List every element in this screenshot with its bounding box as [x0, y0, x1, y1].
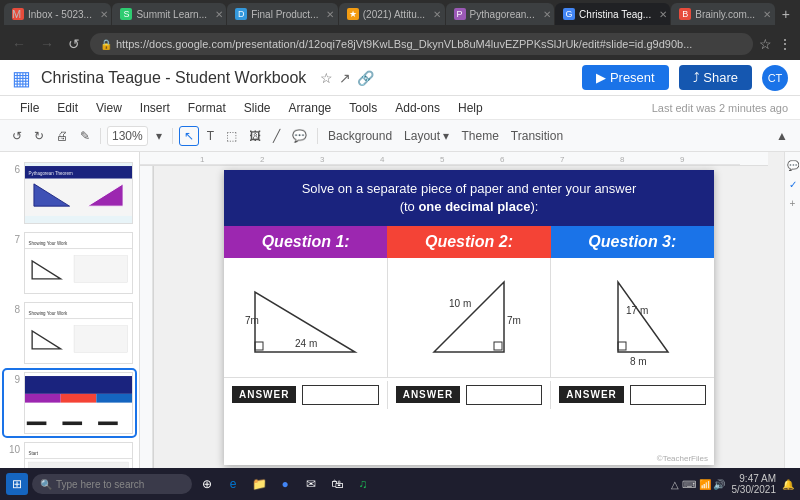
check-icon[interactable]: ✓ — [789, 179, 797, 190]
menu-format[interactable]: Format — [180, 99, 234, 117]
url-bar[interactable]: 🔒 https://docs.google.com/presentation/d… — [90, 33, 753, 55]
menu-file[interactable]: File — [12, 99, 47, 117]
menu-help[interactable]: Help — [450, 99, 491, 117]
tab-close-brainly[interactable]: ✕ — [763, 9, 771, 20]
svg-text:Showing Your Work: Showing Your Work — [29, 311, 68, 316]
menu-insert[interactable]: Insert — [132, 99, 178, 117]
taskbar-search[interactable]: 🔍 Type here to search — [32, 474, 192, 494]
slide-thumb-6[interactable]: 6 Pythagorean Theorem — [4, 160, 135, 226]
back-button[interactable]: ← — [8, 34, 30, 54]
question-2-header: Question 2: — [387, 226, 550, 258]
forward-button[interactable]: → — [36, 34, 58, 54]
tab-close-attitude[interactable]: ✕ — [433, 9, 441, 20]
menu-tools[interactable]: Tools — [341, 99, 385, 117]
taskbar-time-text: 9:47 AM — [732, 473, 777, 484]
tab-attitude[interactable]: ★ (2021) Attitu... ✕ — [339, 3, 445, 25]
comments-panel-icon[interactable]: 💬 — [787, 160, 799, 171]
taskbar-store[interactable]: 🛍 — [326, 473, 348, 495]
collapse-panel-button[interactable]: ▲ — [772, 127, 792, 145]
answer-box-3[interactable] — [630, 385, 706, 405]
svg-rect-16 — [25, 394, 61, 403]
svg-rect-21 — [27, 422, 47, 426]
taskbar-notification-icon[interactable]: 🔔 — [782, 479, 794, 490]
paint-button[interactable]: ✎ — [76, 127, 94, 145]
slide-num-8: 8 — [6, 302, 20, 315]
start-button[interactable]: ⊞ — [6, 473, 28, 495]
tab-close-christina[interactable]: ✕ — [659, 9, 667, 20]
copyright-text: ©TeacherFiles — [657, 454, 708, 463]
taskbar-mail[interactable]: ✉ — [300, 473, 322, 495]
background-button[interactable]: Background — [324, 127, 396, 145]
star-icon[interactable]: ☆ — [320, 70, 333, 86]
avatar[interactable]: CT — [762, 65, 788, 91]
image-tool[interactable]: 🖼 — [245, 127, 265, 145]
share-label: ⤴ Share — [693, 70, 738, 85]
layout-button[interactable]: Layout ▾ — [400, 127, 453, 145]
slide-thumb-8[interactable]: 8 Showing Your Work — [4, 300, 135, 366]
tab-favicon-christina: G — [563, 8, 575, 20]
svg-text:2: 2 — [260, 155, 265, 164]
browser-menu-icon[interactable]: ⋮ — [778, 36, 792, 52]
taskbar-cortana[interactable]: ⊕ — [196, 473, 218, 495]
ruler-vertical — [140, 166, 154, 468]
tab-final[interactable]: D Final Product... ✕ — [227, 3, 338, 25]
browser-actions: ☆ ⋮ — [759, 36, 792, 52]
menu-view[interactable]: View — [88, 99, 130, 117]
svg-text:3: 3 — [320, 155, 325, 164]
slide-header-bold: one decimal place — [418, 199, 530, 214]
taskbar-edge[interactable]: e — [222, 473, 244, 495]
tab-close-pythag[interactable]: ✕ — [543, 9, 551, 20]
theme-button[interactable]: Theme — [457, 127, 502, 145]
tab-summit[interactable]: S Summit Learn... ✕ — [112, 3, 226, 25]
zoom-display[interactable]: 130% — [107, 126, 148, 146]
transition-button[interactable]: Transition — [507, 127, 567, 145]
menu-slide[interactable]: Slide — [236, 99, 279, 117]
taskbar-system-icons: △ ⌨ 📶 🔊 — [671, 479, 725, 490]
taskbar-chrome[interactable]: ● — [274, 473, 296, 495]
text-tool[interactable]: T — [203, 127, 218, 145]
present-button[interactable]: ▶ Present — [582, 65, 668, 90]
taskbar-explorer[interactable]: 📁 — [248, 473, 270, 495]
slide-thumb-10[interactable]: 10 Start — [4, 440, 135, 468]
add-panel-icon[interactable]: + — [790, 198, 796, 209]
svg-text:10 m: 10 m — [449, 298, 471, 309]
bookmark-icon[interactable]: ☆ — [759, 36, 772, 52]
slide-thumb-7[interactable]: 7 Showing Your Work — [4, 230, 135, 296]
answer-box-2[interactable] — [466, 385, 542, 405]
url-text: https://docs.google.com/presentation/d/1… — [116, 38, 692, 50]
comment-tool[interactable]: 💬 — [288, 127, 311, 145]
tab-pythag[interactable]: P Pythagorean... ✕ — [446, 3, 554, 25]
taskbar-spotify[interactable]: ♫ — [352, 473, 374, 495]
redo-button[interactable]: ↻ — [30, 127, 48, 145]
undo-button[interactable]: ↺ — [8, 127, 26, 145]
tab-close-summit[interactable]: ✕ — [215, 9, 223, 20]
cursor-tool[interactable]: ↖ — [179, 126, 199, 146]
tab-close-final[interactable]: ✕ — [326, 9, 334, 20]
share-button[interactable]: ⤴ Share — [679, 65, 752, 90]
answer-box-1[interactable] — [302, 385, 378, 405]
reload-button[interactable]: ↺ — [64, 34, 84, 54]
slide-panel: 6 Pythagorean Theorem 7 Showing Your Wor… — [0, 152, 140, 468]
line-tool[interactable]: ╱ — [269, 127, 284, 145]
print-button[interactable]: 🖨 — [52, 127, 72, 145]
open-icon[interactable]: 🔗 — [357, 70, 374, 86]
question-2-label: Question 2: — [425, 233, 513, 251]
tab-brainly[interactable]: B Brainly.com... ✕ — [671, 3, 775, 25]
drive-icon[interactable]: ↗ — [339, 70, 351, 86]
answer-cell-3: ANSWER — [551, 381, 714, 409]
menu-addons[interactable]: Add-ons — [387, 99, 448, 117]
slides-logo: ▦ — [12, 66, 31, 90]
menu-arrange[interactable]: Arrange — [281, 99, 340, 117]
tab-inbox[interactable]: M Inbox - 5023... ✕ — [4, 3, 111, 25]
tab-close-inbox[interactable]: ✕ — [100, 9, 108, 20]
right-panel: 💬 ✓ + — [784, 152, 800, 468]
svg-rect-18 — [96, 394, 132, 403]
slide-num-10: 10 — [6, 442, 20, 455]
menu-edit[interactable]: Edit — [49, 99, 86, 117]
shape-tool[interactable]: ⬚ — [222, 127, 241, 145]
tab-christina[interactable]: G Christina Teag... ✕ — [555, 3, 670, 25]
separator-2 — [172, 128, 173, 144]
zoom-dropdown-icon[interactable]: ▾ — [152, 127, 166, 145]
slide-thumb-9[interactable]: 9 — [4, 370, 135, 436]
new-tab-button[interactable]: + — [776, 6, 796, 22]
